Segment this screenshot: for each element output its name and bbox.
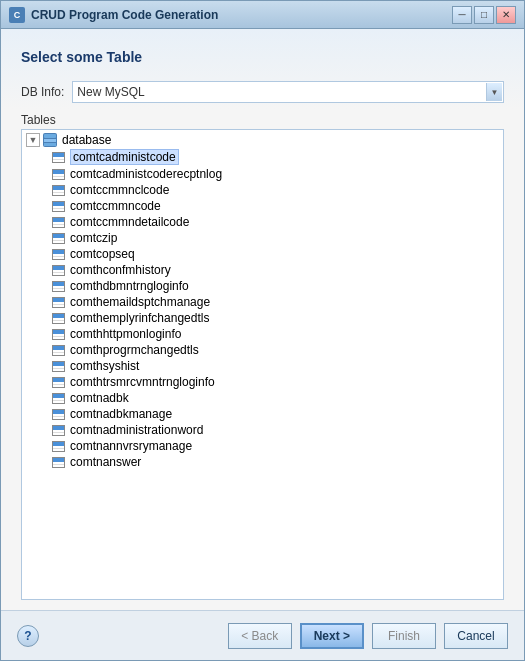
content-area: Select some Table DB Info: New MySQL MyS… [1, 29, 524, 610]
db-info-label: DB Info: [21, 85, 64, 99]
tree-root-label: database [62, 133, 111, 147]
table-name: comthhttpmonloginfo [70, 327, 181, 341]
table-icon [50, 247, 66, 261]
tree-item[interactable]: comtnadministrationword [22, 422, 503, 438]
table-name: comtcadministcode [70, 149, 179, 165]
tree-item[interactable]: comtccmmndetailcode [22, 214, 503, 230]
svg-rect-2 [44, 139, 56, 142]
table-name: comthprogrmchangedtls [70, 343, 199, 357]
table-name: comtnannvrsrymanage [70, 439, 192, 453]
tree-scroll[interactable]: ▼ database [22, 130, 503, 599]
tree-item[interactable]: comtccmmncode [22, 198, 503, 214]
table-name: comtnadministrationword [70, 423, 203, 437]
tree-item[interactable]: comtnannvrsrymanage [22, 438, 503, 454]
tree-item[interactable]: comtcadministcode [22, 148, 503, 166]
table-name: comthsyshist [70, 359, 139, 373]
table-icon [50, 423, 66, 437]
tree-item[interactable]: comtczip [22, 230, 503, 246]
table-icon [50, 295, 66, 309]
table-icon [50, 183, 66, 197]
table-name: comtnanswer [70, 455, 141, 469]
page-title: Select some Table [21, 49, 504, 65]
table-icon [50, 215, 66, 229]
table-name: comtcopseq [70, 247, 135, 261]
svg-rect-3 [44, 143, 56, 146]
tree-item[interactable]: comtcopseq [22, 246, 503, 262]
maximize-button[interactable]: □ [474, 6, 494, 24]
tree-item[interactable]: comtnadbk [22, 390, 503, 406]
table-icon [50, 391, 66, 405]
footer: ? < Back Next > Finish Cancel [1, 610, 524, 660]
db-info-select-wrapper: New MySQL MySQL Oracle PostgreSQL ▼ [72, 81, 504, 103]
tree-item[interactable]: comtccmmnclcode [22, 182, 503, 198]
table-icon [50, 343, 66, 357]
table-icon [50, 167, 66, 181]
table-icon [50, 455, 66, 469]
tree-root-node[interactable]: ▼ database [22, 132, 503, 148]
table-icon [50, 231, 66, 245]
titlebar-buttons: ─ □ ✕ [452, 6, 516, 24]
table-icon [50, 150, 66, 164]
table-name: comtnadbk [70, 391, 129, 405]
tree-item[interactable]: comthemaildsptchmanage [22, 294, 503, 310]
minimize-button[interactable]: ─ [452, 6, 472, 24]
table-name: comtcadministcoderecptnlog [70, 167, 222, 181]
table-icon [50, 327, 66, 341]
tree-container: ▼ database [21, 129, 504, 600]
db-info-select[interactable]: New MySQL MySQL Oracle PostgreSQL [72, 81, 504, 103]
tree-item[interactable]: comtnanswer [22, 454, 503, 470]
tree-item[interactable]: comtcadministcoderecptnlog [22, 166, 503, 182]
tree-item[interactable]: comthprogrmchangedtls [22, 342, 503, 358]
table-name: comthemaildsptchmanage [70, 295, 210, 309]
table-icon [50, 199, 66, 213]
table-icon [50, 311, 66, 325]
main-window: C CRUD Program Code Generation ─ □ ✕ Sel… [0, 0, 525, 661]
help-button[interactable]: ? [17, 625, 39, 647]
tree-item[interactable]: comthtrsmrcvmntrngloginfo [22, 374, 503, 390]
tree-item[interactable]: comthsyshist [22, 358, 503, 374]
table-name: comthtrsmrcvmntrngloginfo [70, 375, 215, 389]
database-icon [42, 133, 58, 147]
svg-rect-1 [44, 134, 56, 138]
cancel-button[interactable]: Cancel [444, 623, 508, 649]
next-button[interactable]: Next > [300, 623, 364, 649]
titlebar: C CRUD Program Code Generation ─ □ ✕ [1, 1, 524, 29]
tree-item[interactable]: comthconfmhistory [22, 262, 503, 278]
tree-expand-icon[interactable]: ▼ [26, 133, 40, 147]
table-name: comtnadbkmanage [70, 407, 172, 421]
table-icon [50, 375, 66, 389]
tables-section: Tables ▼ dat [21, 113, 504, 600]
table-icon [50, 263, 66, 277]
table-name: comtczip [70, 231, 117, 245]
app-icon: C [9, 7, 25, 23]
table-name: comthdbmntrngloginfo [70, 279, 189, 293]
table-name: comthconfmhistory [70, 263, 171, 277]
table-name: comtccmmncode [70, 199, 161, 213]
close-button[interactable]: ✕ [496, 6, 516, 24]
db-info-row: DB Info: New MySQL MySQL Oracle PostgreS… [21, 81, 504, 103]
tree-item[interactable]: comthemplyrinfchangedtls [22, 310, 503, 326]
table-icon [50, 439, 66, 453]
table-icon [50, 359, 66, 373]
tables-label: Tables [21, 113, 504, 127]
tree-item[interactable]: comthdbmntrngloginfo [22, 278, 503, 294]
back-button[interactable]: < Back [228, 623, 292, 649]
table-name: comthemplyrinfchangedtls [70, 311, 209, 325]
table-icon [50, 279, 66, 293]
table-name: comtccmmnclcode [70, 183, 169, 197]
tree-item[interactable]: comtnadbkmanage [22, 406, 503, 422]
tree-item[interactable]: comthhttpmonloginfo [22, 326, 503, 342]
window-title: CRUD Program Code Generation [31, 8, 452, 22]
table-icon [50, 407, 66, 421]
finish-button[interactable]: Finish [372, 623, 436, 649]
table-name: comtccmmndetailcode [70, 215, 189, 229]
